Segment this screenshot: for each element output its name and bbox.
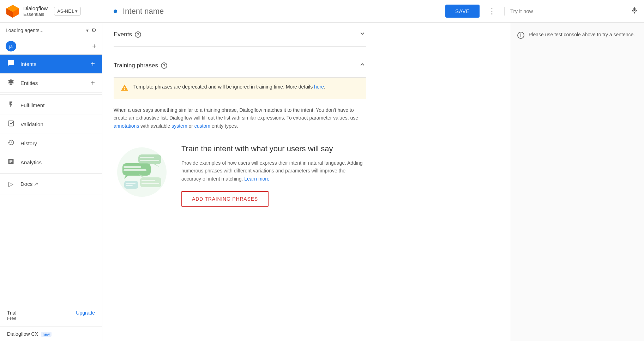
docs-icon: ▷ — [7, 180, 15, 188]
logo-title: Dialogflow — [23, 5, 48, 12]
analytics-label: Analytics — [20, 159, 95, 165]
settings-button[interactable]: ⚙ — [91, 27, 96, 34]
intents-icon — [7, 60, 15, 68]
validation-icon — [7, 120, 15, 129]
training-title: Training phrases ? — [114, 62, 167, 69]
trial-label: Trial — [7, 310, 17, 316]
try-it-now-input[interactable] — [510, 8, 628, 14]
warning-box: Template phrases are deprecated and will… — [114, 78, 366, 99]
section-divider — [114, 221, 366, 221]
svg-rect-15 — [142, 180, 155, 181]
training-section: Training phrases ? Template phrases are … — [114, 47, 366, 228]
svg-rect-8 — [124, 169, 146, 171]
svg-rect-14 — [140, 177, 161, 187]
logo-text: Dialogflow Essentials — [23, 5, 48, 17]
more-options-button[interactable]: ⋮ — [485, 5, 499, 17]
loading-agents-label: Loading agents... — [6, 28, 83, 33]
agent-dropdown-icon: ▾ — [75, 8, 78, 14]
sidebar-item-analytics[interactable]: Analytics — [0, 153, 102, 172]
events-help-icon[interactable]: ? — [135, 31, 141, 38]
add-training-phrases-button[interactable]: ADD TRAINING PHRASES — [181, 191, 269, 207]
logo-icon — [6, 4, 20, 18]
sidebar-item-fulfillment[interactable]: Fulfillment — [0, 96, 102, 115]
sidebar-item-validation[interactable]: Validation — [0, 115, 102, 134]
new-badge: new — [41, 332, 52, 337]
microphone-button[interactable] — [631, 7, 638, 16]
fulfillment-icon — [7, 101, 15, 110]
training-collapse-button[interactable] — [359, 61, 366, 70]
docs-label: Docs ↗ — [20, 181, 95, 187]
training-section-header: Training phrases ? — [114, 54, 366, 78]
events-label: Events — [114, 31, 132, 38]
divider-2 — [0, 173, 102, 174]
training-description: When a user says something similar to a … — [114, 106, 366, 130]
add-intent-button[interactable]: + — [91, 60, 95, 68]
svg-rect-4 — [8, 121, 14, 126]
svg-rect-7 — [124, 166, 141, 168]
content-area: Events ? Training phrases ? — [102, 23, 510, 341]
empty-state: Train the intent with what your users wi… — [114, 138, 366, 212]
trial-sub: Free — [7, 316, 17, 321]
top-bar: Dialogflow Essentials AS-NE1 ▾ Intent na… — [0, 0, 644, 23]
cx-label: Dialogflow CX — [7, 331, 38, 337]
svg-rect-19 — [126, 183, 136, 184]
logo-area: Dialogflow Essentials AS-NE1 ▾ — [6, 4, 108, 18]
warning-here-link[interactable]: here — [314, 84, 324, 90]
sidebar-item-history[interactable]: History — [0, 134, 102, 153]
agent-dropdown-arrow[interactable]: ▾ — [86, 28, 89, 33]
svg-rect-16 — [142, 183, 159, 184]
sidebar-item-intents[interactable]: Intents + — [0, 55, 102, 74]
learn-more-link[interactable]: Learn more — [244, 176, 270, 182]
info-icon: i — [517, 32, 524, 39]
add-entity-button[interactable]: + — [91, 79, 95, 87]
empty-title: Train the intent with what your users wi… — [181, 144, 366, 154]
trial-section: Trial Free Upgrade — [0, 304, 102, 327]
agent-selector[interactable]: AS-NE1 ▾ — [54, 7, 81, 16]
svg-rect-10 — [138, 154, 161, 164]
right-panel: i Please use test console above to try a… — [510, 23, 644, 341]
intents-label: Intents — [20, 61, 85, 67]
sidebar: Loading agents... ▾ ⚙ ja + Intents + Ent… — [0, 23, 102, 341]
warning-icon — [121, 84, 128, 93]
training-illustration — [114, 144, 170, 201]
history-icon — [7, 139, 15, 148]
events-collapse-button[interactable] — [359, 30, 366, 39]
logo-subtitle: Essentials — [23, 12, 48, 17]
sidebar-item-docs[interactable]: ▷ Docs ↗ — [0, 175, 102, 193]
events-title: Events ? — [114, 31, 141, 38]
svg-rect-12 — [140, 160, 159, 161]
validation-label: Validation — [20, 121, 95, 127]
svg-rect-18 — [124, 181, 138, 189]
add-agent-button[interactable]: + — [92, 42, 96, 50]
svg-rect-11 — [140, 157, 154, 158]
fulfillment-label: Fulfillment — [20, 102, 95, 108]
agent-row: Loading agents... ▾ ⚙ — [0, 23, 102, 38]
agent-badge-row: ja + — [0, 38, 102, 55]
custom-link[interactable]: custom — [194, 123, 210, 129]
info-text: Please use test console above to try a s… — [529, 31, 635, 38]
trial-row: Trial Free Upgrade — [7, 310, 95, 321]
annotations-link[interactable]: annotations — [114, 123, 139, 129]
analytics-icon — [7, 158, 15, 167]
upgrade-link[interactable]: Upgrade — [76, 310, 95, 316]
training-help-icon[interactable]: ? — [161, 62, 167, 69]
main-layout: Loading agents... ▾ ⚙ ja + Intents + Ent… — [0, 23, 644, 341]
entities-icon — [7, 79, 15, 87]
save-button[interactable]: SAVE — [445, 5, 480, 18]
content-inner: Events ? Training phrases ? — [102, 23, 378, 239]
events-section-header: Events ? — [114, 23, 366, 47]
intent-bar: Intent name SAVE ⋮ — [108, 5, 504, 18]
entities-label: Entities — [20, 80, 85, 86]
info-message: i Please use test console above to try a… — [517, 31, 637, 39]
empty-description: Provide examples of how users will expre… — [181, 159, 366, 183]
svg-rect-20 — [126, 185, 133, 186]
dialogflow-cx-item[interactable]: Dialogflow CX new — [0, 327, 102, 341]
warning-text: Template phrases are deprecated and will… — [133, 83, 325, 91]
intent-name: Intent name — [123, 7, 440, 16]
agent-selector-label: AS-NE1 — [57, 8, 74, 14]
sidebar-item-entities[interactable]: Entities + — [0, 74, 102, 93]
system-link[interactable]: system — [171, 123, 187, 129]
empty-text-area: Train the intent with what your users wi… — [181, 144, 366, 207]
history-label: History — [20, 140, 95, 146]
training-label: Training phrases — [114, 62, 158, 69]
